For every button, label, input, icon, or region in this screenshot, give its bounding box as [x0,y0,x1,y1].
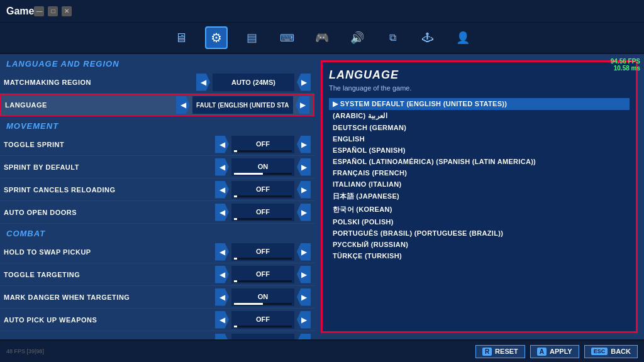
back-label: BACK [611,348,631,355]
nav-card[interactable]: ▤ [240,26,263,49]
language-item-5[interactable]: ESPAÑOL (LATINOAMÉRICA) (SPANISH (LATIN … [329,156,630,167]
auto-pickup-weapons-label: AUTO PICK UP WEAPONS [4,316,215,324]
close-button[interactable]: ✕ [62,6,72,16]
auto-sort-consumables-next[interactable]: ▶ [297,334,311,340]
language-next-button[interactable]: ▶ [296,96,309,114]
minimize-button[interactable]: — [34,6,44,16]
apply-button[interactable]: A APPLY [530,345,579,358]
language-list: ▶ SYSTEM DEFAULT (ENGLISH (UNITED STATES… [329,98,630,261]
auto-open-doors-label: AUTO OPEN DOORS [4,209,215,216]
language-label: LANGUAGE [5,101,176,109]
fps-counter: 94.56 FPS 10.58 ms [611,58,640,72]
toggle-targeting-value: OFF [231,266,294,283]
sprint-default-row: SPRINT BY DEFAULT ◀ ON ▶ [0,156,314,178]
language-item-12[interactable]: РУССКЫЙ (RUSSIAN) [329,239,630,250]
settings-panel: LANGUAGE AND REGION MATCHMAKING REGION ◀… [0,54,314,339]
toggle-targeting-prev[interactable]: ◀ [215,266,229,283]
sprint-cancels-label: SPRINT CANCELS RELOADING [4,186,215,194]
apply-key: A [537,348,547,356]
toggle-sprint-label: TOGGLE SPRINT [4,141,215,148]
language-item-11[interactable]: PORTUGUÊS (BRASIL) (PORTUGUESE (BRAZIL)) [329,228,630,239]
mark-danger-control: ◀ ON ▶ [215,288,311,306]
language-item-13[interactable]: TÜRKÇE (TURKISH) [329,250,630,261]
language-item-4[interactable]: ESPAÑOL (SPANISH) [329,145,630,156]
main-content: LANGUAGE AND REGION MATCHMAKING REGION ◀… [0,54,644,339]
auto-pickup-weapons-next[interactable]: ▶ [297,311,311,329]
matchmaking-prev-button[interactable]: ◀ [196,74,210,91]
language-panel-subtitle: The language of the game. [329,84,630,92]
language-item-10[interactable]: POLSKI (POLISH) [329,216,630,228]
language-item-3[interactable]: ENGLISH [329,133,630,145]
sprint-cancels-prev[interactable]: ◀ [215,181,229,199]
matchmaking-next-button[interactable]: ▶ [297,74,311,91]
nav-hud[interactable]: ⧉ [381,26,404,49]
mark-danger-label: MARK DANGER WHEN TARGETING [4,293,215,301]
language-item-2[interactable]: DEUTSCH (GERMAN) [329,122,630,133]
language-item-8[interactable]: 日本語 (JAPANESE) [329,190,630,203]
sprint-default-control: ◀ ON ▶ [215,158,311,176]
sprint-cancels-next[interactable]: ▶ [297,181,311,199]
auto-pickup-weapons-control: ◀ OFF ▶ [215,311,311,329]
mark-danger-next[interactable]: ▶ [297,288,311,306]
language-item-9[interactable]: 한국어 (KOREAN) [329,203,630,216]
auto-open-doors-next[interactable]: ▶ [297,204,311,221]
maximize-button[interactable]: □ [48,6,58,16]
toggle-targeting-row: TOGGLE TARGETING ◀ OFF ▶ [0,263,314,286]
window-controls: — □ ✕ [34,6,72,16]
language-prev-button[interactable]: ◀ [176,96,190,114]
bottom-buttons: R RESET A APPLY ESC BACK [475,345,638,358]
debug-info: 48 FPS [39|98] [6,348,44,354]
reset-button[interactable]: R RESET [475,345,525,358]
nav-speaker[interactable]: 🔊 [346,26,369,49]
auto-pickup-weapons-prev[interactable]: ◀ [215,311,229,329]
matchmaking-control: ◀ AUTO (24MS) ▶ [196,74,311,91]
language-item-7[interactable]: ITALIANO (ITALIAN) [329,178,630,190]
auto-sort-consumables-control: ◀ OFF ▶ [215,334,311,340]
language-item-0[interactable]: ▶ SYSTEM DEFAULT (ENGLISH (UNITED STATES… [329,98,630,110]
language-panel-title: LANGUAGE [329,69,630,82]
toggle-targeting-next[interactable]: ▶ [297,266,311,283]
sprint-cancels-value: OFF [231,181,294,199]
hold-swap-pickup-next[interactable]: ▶ [297,243,311,261]
auto-sort-consumables-prev[interactable]: ◀ [215,334,229,340]
matchmaking-value: AUTO (24MS) [213,74,294,91]
mark-danger-prev[interactable]: ◀ [215,288,229,306]
section-combat: COMBAT [0,224,314,241]
sprint-cancels-row: SPRINT CANCELS RELOADING ◀ OFF ▶ [0,178,314,201]
sprint-default-next[interactable]: ▶ [297,158,311,176]
toggle-sprint-row: TOGGLE SPRINT ◀ OFF ▶ [0,133,314,156]
hold-swap-pickup-row: HOLD TO SWAP PICKUP ◀ OFF ▶ [0,241,314,263]
hold-swap-pickup-prev[interactable]: ◀ [215,243,229,261]
section-movement: MOVEMENT [0,116,314,133]
toggle-sprint-control: ◀ OFF ▶ [215,136,311,153]
toggle-targeting-control: ◀ OFF ▶ [215,266,311,283]
toggle-sprint-value: OFF [231,136,294,153]
auto-pickup-weapons-row: AUTO PICK UP WEAPONS ◀ OFF ▶ [0,309,314,331]
hold-swap-pickup-value: OFF [231,243,294,261]
auto-open-doors-control: ◀ OFF ▶ [215,204,311,221]
bottombar: 48 FPS [39|98] R RESET A APPLY ESC BACK [0,339,644,362]
reset-key: R [482,348,492,356]
nav-controller[interactable]: 🕹 [416,26,439,49]
toggle-sprint-prev[interactable]: ◀ [215,136,229,153]
nav-gamepad[interactable]: 🎮 [311,26,333,49]
language-item-1[interactable]: (ARABIC) العربية [329,110,630,122]
sprint-default-prev[interactable]: ◀ [215,158,229,176]
section-language-region: LANGUAGE AND REGION [0,54,314,71]
nav-gear[interactable]: ⚙ [205,26,228,49]
language-panel: 94.56 FPS 10.58 ms LANGUAGE The language… [314,54,644,339]
nav-keyboard[interactable]: ⌨ [275,26,298,49]
language-row: LANGUAGE ◀ FAULT (ENGLISH (UNITED STA ▶ [0,94,314,116]
language-value: FAULT (ENGLISH (UNITED STA [192,96,293,114]
mark-danger-value: ON [231,288,294,306]
ms-value: 10.58 ms [611,65,640,72]
nav-monitor[interactable]: 🖥 [170,26,192,49]
nav-account[interactable]: 👤 [452,26,474,49]
apply-label: APPLY [550,348,572,355]
toggle-sprint-next[interactable]: ▶ [297,136,311,153]
auto-open-doors-prev[interactable]: ◀ [215,204,229,221]
auto-sort-consumables-value: OFF [231,334,294,340]
back-button[interactable]: ESC BACK [584,345,638,358]
hold-swap-pickup-label: HOLD TO SWAP PICKUP [4,248,215,256]
language-item-6[interactable]: FRANÇAIS (FRENCH) [329,167,630,178]
